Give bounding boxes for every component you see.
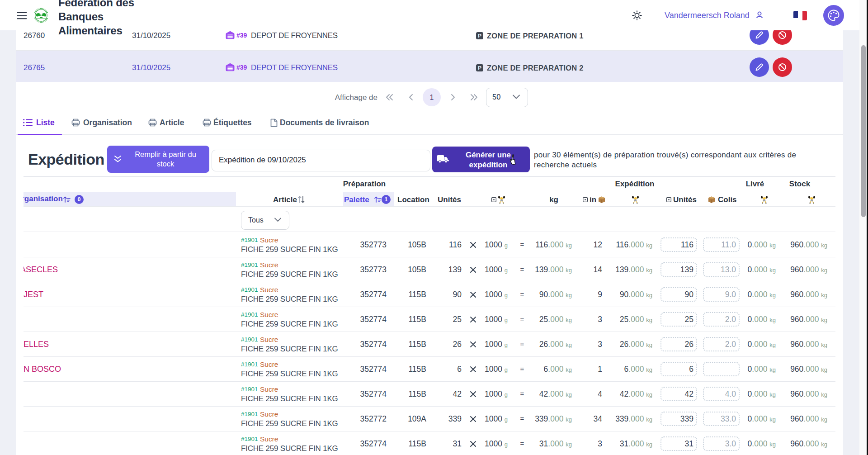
svg-text:P: P <box>478 65 481 71</box>
svg-text:P: P <box>478 33 481 38</box>
